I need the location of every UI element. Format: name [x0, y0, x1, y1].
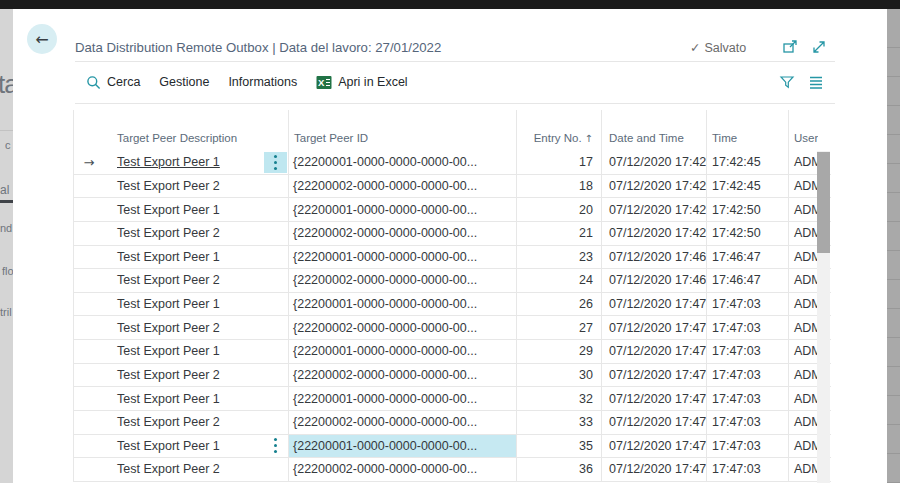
cell-target-peer-id[interactable]: {22200001-0000-0000-0000-00... — [288, 435, 516, 458]
cell-target-peer-description[interactable]: Test Export Peer 2 — [104, 222, 288, 245]
cell-time[interactable]: 17:47:03 — [706, 293, 788, 316]
cell-date-and-time[interactable]: 07/12/2020 17:47 — [601, 340, 706, 363]
cell-user-id[interactable]: ADMIN — [788, 198, 818, 221]
cell-target-peer-description[interactable]: Test Export Peer 1 — [104, 246, 288, 269]
cell-user-id[interactable]: ADMIN — [788, 387, 818, 410]
cell-target-peer-id[interactable]: {22200001-0000-0000-0000-00... — [288, 387, 516, 410]
column-header-entry-no[interactable]: Entry No. ↑ — [516, 110, 601, 151]
cell-entry-no[interactable]: 29 — [516, 340, 601, 363]
cell-user-id[interactable]: ADMIN — [788, 411, 818, 434]
table-row[interactable]: → Test Export Peer 1 {22200001-0000-0000… — [73, 293, 831, 317]
toolbar-item-apri-in-excel[interactable]: X Apri in Excel — [316, 75, 407, 90]
cell-date-and-time[interactable]: 07/12/2020 17:47 — [601, 435, 706, 458]
cell-date-and-time[interactable]: 07/12/2020 17:47 — [601, 458, 706, 481]
cell-target-peer-id[interactable]: {22200001-0000-0000-0000-00... — [288, 246, 516, 269]
cell-time[interactable]: 17:47:03 — [706, 387, 788, 410]
table-row[interactable]: → Test Export Peer 2 {22200002-0000-0000… — [73, 222, 831, 246]
cell-target-peer-description[interactable]: Test Export Peer 2 — [104, 458, 288, 481]
cell-entry-no[interactable]: 32 — [516, 387, 601, 410]
table-row[interactable]: → Test Export Peer 1 {22200001-0000-0000… — [73, 151, 831, 175]
cell-time[interactable]: 17:47:03 — [706, 435, 788, 458]
column-header-user-id[interactable]: User ID — [788, 110, 818, 151]
column-header-time[interactable]: Time — [706, 110, 788, 151]
cell-user-id[interactable]: ADMIN — [788, 151, 818, 174]
cell-user-id[interactable]: ADMIN — [788, 269, 818, 292]
cell-entry-no[interactable]: 36 — [516, 458, 601, 481]
table-row[interactable]: → Test Export Peer 2 {22200002-0000-0000… — [73, 175, 831, 199]
table-row[interactable]: → Test Export Peer 2 {22200002-0000-0000… — [73, 458, 831, 482]
cell-entry-no[interactable]: 24 — [516, 269, 601, 292]
back-button[interactable]: ← — [27, 24, 57, 54]
table-row[interactable]: → Test Export Peer 2 {22200002-0000-0000… — [73, 411, 831, 435]
cell-target-peer-id[interactable]: {22200001-0000-0000-0000-00... — [288, 151, 516, 174]
cell-time[interactable]: 17:47:03 — [706, 458, 788, 481]
cell-user-id[interactable]: ADMIN — [788, 293, 818, 316]
table-row[interactable]: → Test Export Peer 1 {22200001-0000-0000… — [73, 387, 831, 411]
column-header-target-peer-description[interactable]: Target Peer Description — [104, 110, 288, 151]
cell-target-peer-id[interactable]: {22200001-0000-0000-0000-00... — [288, 340, 516, 363]
column-header-date-and-time[interactable]: Date and Time — [601, 110, 706, 151]
cell-target-peer-description[interactable]: Test Export Peer 1 — [104, 151, 288, 174]
filter-button[interactable] — [778, 73, 796, 91]
cell-target-peer-id[interactable]: {22200002-0000-0000-0000-00... — [288, 458, 516, 481]
cell-entry-no[interactable]: 21 — [516, 222, 601, 245]
cell-user-id[interactable]: ADMIN — [788, 458, 818, 481]
cell-time[interactable]: 17:47:03 — [706, 364, 788, 387]
cell-date-and-time[interactable]: 07/12/2020 17:42 — [601, 198, 706, 221]
cell-date-and-time[interactable]: 07/12/2020 17:47 — [601, 316, 706, 339]
table-row[interactable]: → Test Export Peer 1 {22200001-0000-0000… — [73, 435, 831, 459]
toolbar-item-cerca[interactable]: Cerca — [86, 75, 140, 90]
cell-date-and-time[interactable]: 07/12/2020 17:42 — [601, 175, 706, 198]
cell-entry-no[interactable]: 35 — [516, 435, 601, 458]
choose-view-button[interactable] — [806, 73, 824, 91]
table-row[interactable]: → Test Export Peer 1 {22200001-0000-0000… — [73, 198, 831, 222]
cell-user-id[interactable]: ADMIN — [788, 364, 818, 387]
cell-user-id[interactable]: ADMIN — [788, 340, 818, 363]
vertical-scrollbar[interactable] — [817, 151, 830, 483]
cell-user-id[interactable]: ADMIN — [788, 435, 818, 458]
cell-target-peer-description[interactable]: Test Export Peer 2 — [104, 269, 288, 292]
open-in-new-window-button[interactable] — [781, 38, 799, 56]
cell-date-and-time[interactable]: 07/12/2020 17:42 — [601, 151, 706, 174]
cell-time[interactable]: 17:46:47 — [706, 269, 788, 292]
cell-user-id[interactable]: ADMIN — [788, 246, 818, 269]
cell-target-peer-description[interactable]: Test Export Peer 1 — [104, 340, 288, 363]
table-row[interactable]: → Test Export Peer 2 {22200002-0000-0000… — [73, 316, 831, 340]
cell-target-peer-description[interactable]: Test Export Peer 1 — [104, 198, 288, 221]
cell-target-peer-description[interactable]: Test Export Peer 1 — [104, 293, 288, 316]
toolbar-item-gestione[interactable]: Gestione — [159, 75, 209, 89]
expand-button[interactable] — [810, 38, 828, 56]
cell-user-id[interactable]: ADMIN — [788, 222, 818, 245]
cell-date-and-time[interactable]: 07/12/2020 17:46 — [601, 269, 706, 292]
cell-time[interactable]: 17:47:03 — [706, 316, 788, 339]
cell-date-and-time[interactable]: 07/12/2020 17:47 — [601, 411, 706, 434]
cell-entry-no[interactable]: 26 — [516, 293, 601, 316]
cell-time[interactable]: 17:42:50 — [706, 222, 788, 245]
cell-time[interactable]: 17:47:03 — [706, 411, 788, 434]
cell-target-peer-id[interactable]: {22200002-0000-0000-0000-00... — [288, 175, 516, 198]
cell-date-and-time[interactable]: 07/12/2020 17:47 — [601, 364, 706, 387]
cell-target-peer-description[interactable]: Test Export Peer 2 — [104, 364, 288, 387]
cell-target-peer-id[interactable]: {22200001-0000-0000-0000-00... — [288, 198, 516, 221]
table-row[interactable]: → Test Export Peer 1 {22200001-0000-0000… — [73, 340, 831, 364]
toolbar-item-informations[interactable]: Informations — [228, 75, 297, 89]
table-row[interactable]: → Test Export Peer 2 {22200002-0000-0000… — [73, 364, 831, 388]
table-row[interactable]: → Test Export Peer 1 {22200001-0000-0000… — [73, 246, 831, 270]
cell-target-peer-description[interactable]: Test Export Peer 1 — [104, 435, 288, 458]
cell-entry-no[interactable]: 30 — [516, 364, 601, 387]
cell-time[interactable]: 17:42:50 — [706, 198, 788, 221]
cell-date-and-time[interactable]: 07/12/2020 17:42 — [601, 222, 706, 245]
cell-target-peer-id[interactable]: {22200001-0000-0000-0000-00... — [288, 293, 516, 316]
cell-target-peer-description[interactable]: Test Export Peer 2 — [104, 175, 288, 198]
cell-target-peer-id[interactable]: {22200002-0000-0000-0000-00... — [288, 411, 516, 434]
cell-date-and-time[interactable]: 07/12/2020 17:47 — [601, 293, 706, 316]
cell-target-peer-description[interactable]: Test Export Peer 2 — [104, 411, 288, 434]
cell-entry-no[interactable]: 20 — [516, 198, 601, 221]
scrollbar-thumb[interactable] — [817, 152, 830, 253]
cell-target-peer-id[interactable]: {22200002-0000-0000-0000-00... — [288, 364, 516, 387]
cell-target-peer-description[interactable]: Test Export Peer 1 — [104, 387, 288, 410]
cell-target-peer-id[interactable]: {22200002-0000-0000-0000-00... — [288, 316, 516, 339]
row-menu-button[interactable] — [264, 152, 287, 173]
cell-time[interactable]: 17:42:45 — [706, 175, 788, 198]
cell-time[interactable]: 17:47:03 — [706, 340, 788, 363]
